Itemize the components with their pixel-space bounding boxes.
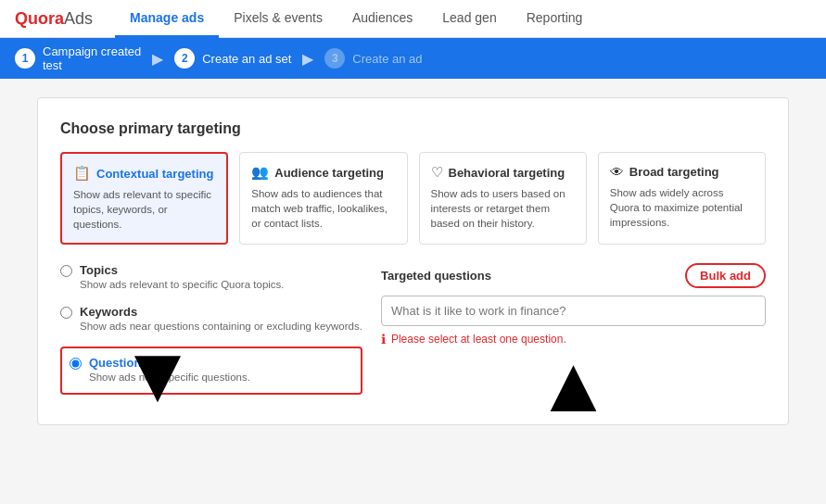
bc-step-2[interactable]: 2 Create an ad set (174, 48, 291, 69)
nav-lead-gen[interactable]: Lead gen (427, 0, 511, 38)
subtarget-options: Topics Show ads relevant to specific Quo… (60, 263, 362, 411)
main-area: Choose primary targeting 📋 Contextual ta… (0, 79, 826, 444)
broad-desc: Show ads widely across Quora to maximize… (610, 185, 754, 230)
subtarget-keywords-text: Keywords Show ads near questions contain… (80, 305, 362, 334)
bc-num-2: 2 (174, 48, 195, 69)
bc-label-1: Campaign created test (43, 44, 141, 72)
contextual-title: Contextual targeting (96, 167, 213, 181)
bc-text-3: Create an ad (352, 52, 422, 66)
audience-title: Audience targeting (274, 166, 384, 180)
targeting-grid: 📋 Contextual targeting Show ads relevant… (60, 152, 766, 245)
broad-title: Broad targeting (629, 165, 719, 179)
subtarget-keywords-desc: Show ads near questions containing or ex… (80, 319, 362, 334)
targeting-broad-header: 👁 Broad targeting (610, 164, 754, 180)
targeted-questions-panel: Targeted questions Bulk add ℹ Please sel… (381, 263, 766, 411)
logo-quora: Quora (15, 9, 64, 29)
targeting-card-container: Choose primary targeting 📋 Contextual ta… (37, 97, 789, 425)
logo: Quora Ads (15, 9, 93, 29)
bc-text-2: Create an ad set (202, 52, 291, 66)
subtarget-questions-radio[interactable] (70, 358, 82, 370)
nav-audiences[interactable]: Audiences (337, 0, 427, 38)
subtarget-questions-label: Questions (89, 356, 250, 370)
logo-ads: Ads (64, 9, 93, 29)
contextual-icon: 📋 (73, 165, 91, 182)
tq-header: Targeted questions Bulk add (381, 263, 766, 288)
error-message: Please select at least one question. (391, 333, 566, 346)
bc-arrow-2: ▶ (302, 50, 313, 68)
behavioral-desc: Show ads to users based on interests or … (431, 186, 575, 231)
bc-num-1: 1 (15, 48, 35, 69)
targeting-option-contextual[interactable]: 📋 Contextual targeting Show ads relevant… (60, 152, 228, 245)
targeting-option-broad[interactable]: 👁 Broad targeting Show ads widely across… (598, 152, 766, 245)
subtarget-topics-radio[interactable] (60, 265, 72, 277)
targeting-behavioral-header: ♡ Behavioral targeting (431, 164, 575, 181)
bc-text-1: Campaign created (43, 44, 141, 58)
subtarget-questions[interactable]: Questions Show ads near specific questio… (60, 346, 362, 394)
navbar: Quora Ads Manage ads Pixels & events Aud… (0, 0, 826, 38)
bc-subtitle-1: test (43, 58, 141, 72)
tq-error: ℹ Please select at least one question. (381, 332, 766, 346)
audience-icon: 👥 (251, 164, 269, 181)
subtarget-topics-label: Topics (80, 263, 285, 277)
subtarget-keywords[interactable]: Keywords Show ads near questions contain… (60, 305, 362, 334)
subtarget-topics-desc: Show ads relevant to specific Quora topi… (80, 277, 285, 292)
bc-num-3: 3 (324, 48, 345, 69)
targeting-option-audience[interactable]: 👥 Audience targeting Show ads to audienc… (239, 152, 407, 245)
error-icon: ℹ (381, 332, 386, 346)
breadcrumb: 1 Campaign created test ▶ 2 Create an ad… (0, 38, 826, 79)
contextual-desc: Show ads relevant to specific topics, ke… (73, 187, 215, 232)
nav-reporting[interactable]: Reporting (512, 0, 598, 38)
subtarget-questions-text: Questions Show ads near specific questio… (89, 356, 250, 384)
bc-arrow-1: ▶ (152, 50, 163, 68)
targeting-audience-header: 👥 Audience targeting (251, 164, 395, 181)
targeting-contextual-header: 📋 Contextual targeting (73, 165, 215, 182)
bc-step-3[interactable]: 3 Create an ad (324, 48, 422, 69)
broad-icon: 👁 (610, 164, 624, 180)
targeted-questions-input[interactable] (381, 296, 766, 326)
subtarget-keywords-label: Keywords (80, 305, 362, 319)
audience-desc: Show ads to audiences that match web tra… (251, 186, 395, 231)
subtarget-topics[interactable]: Topics Show ads relevant to specific Quo… (60, 263, 362, 292)
bulk-add-button[interactable]: Bulk add (685, 263, 766, 288)
bc-step-1[interactable]: 1 Campaign created test (15, 44, 141, 72)
behavioral-icon: ♡ (431, 164, 443, 181)
targeting-option-behavioral[interactable]: ♡ Behavioral targeting Show ads to users… (419, 152, 587, 245)
subtarget-keywords-radio[interactable] (60, 307, 72, 319)
subtarget-topics-text: Topics Show ads relevant to specific Quo… (80, 263, 285, 292)
behavioral-title: Behavioral targeting (449, 166, 565, 180)
nav-manage-ads[interactable]: Manage ads (115, 0, 219, 38)
nav-pixels-events[interactable]: Pixels & events (219, 0, 337, 38)
tq-title: Targeted questions (381, 269, 491, 283)
subtarget-area: Topics Show ads relevant to specific Quo… (60, 263, 766, 411)
card-title: Choose primary targeting (60, 120, 766, 137)
nav-links: Manage ads Pixels & events Audiences Lea… (115, 0, 597, 37)
subtarget-questions-desc: Show ads near specific questions. (89, 370, 250, 384)
up-arrow-indicator (550, 365, 596, 411)
